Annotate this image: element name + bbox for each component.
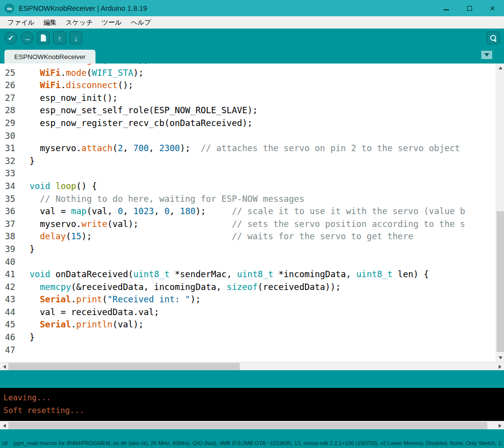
maximize-button[interactable] — [458, 0, 481, 16]
code-line-46: 46} — [0, 331, 496, 344]
code-text: myservo.attach(2, 700, 2300); // attache… — [23, 142, 460, 155]
menu-item-help[interactable]: ヘルプ — [126, 17, 156, 29]
line-number: 40 — [0, 256, 23, 269]
line-number: 47 — [0, 344, 23, 357]
line-number: 45 — [0, 319, 23, 331]
line-number: 31 — [0, 142, 23, 155]
code-text: } — [23, 155, 35, 168]
code-text: void loop() { — [23, 180, 97, 193]
upload-button[interactable]: → — [21, 32, 33, 44]
code-line-39: 39} — [0, 243, 496, 256]
code-editor[interactable]: 24 Serial.begin(115200);25 WiFi.mode(WIF… — [0, 64, 504, 362]
code-text — [23, 167, 30, 180]
menu-item-tools[interactable]: ツール — [97, 17, 126, 29]
line-number: 44 — [0, 306, 23, 319]
board-config-text: pgm_read macros for IRAM/PROGMEM, no dtr… — [14, 440, 502, 446]
console-horizontal-scrollbar[interactable] — [0, 421, 504, 429]
code-text: WiFi.disconnect(); — [23, 79, 133, 92]
code-line-30: 30 — [0, 130, 496, 143]
status-row: s8 pgm_read macros for IRAM/PROGMEM, no … — [2, 440, 502, 446]
editor-horizontal-scrollbar[interactable] — [0, 362, 504, 370]
code-line-32: 32} — [0, 155, 496, 168]
code-line-34: 34void loop() { — [0, 180, 496, 193]
code-line-29: 29 esp_now_register_recv_cb(onDataReceiv… — [0, 117, 496, 130]
code-line-35: 35 // Nothing to do here, waiting for ES… — [0, 193, 496, 206]
scroll-left-arrow[interactable] — [0, 362, 8, 371]
code-line-41: 41void onDataReceived(uint8_t *senderMac… — [0, 268, 496, 281]
code-line-44: 44 val = receivedData.val; — [0, 306, 496, 319]
code-line-26: 26 WiFi.disconnect(); — [0, 79, 496, 92]
menu-item-edit[interactable]: 編集 — [39, 17, 61, 29]
document-icon — [41, 34, 46, 41]
console-scroll-right-arrow[interactable] — [496, 421, 504, 430]
scroll-up-arrow[interactable] — [496, 64, 504, 72]
horizontal-scroll-thumb[interactable] — [8, 363, 240, 370]
magnifier-icon — [490, 34, 497, 42]
code-text: Serial.begin(115200); — [23, 64, 149, 67]
scroll-right-arrow[interactable] — [496, 362, 504, 371]
code-line-24: 24 Serial.begin(115200); — [0, 64, 496, 67]
code-text — [23, 344, 30, 357]
verify-button[interactable]: ✓ — [4, 32, 17, 44]
menu-bar: ファイル編集スケッチツールヘルプ — [0, 16, 504, 29]
code-text: memcpy(&receivedData, incomingData, size… — [23, 281, 341, 294]
code-line-40: 40 — [0, 256, 496, 269]
code-line-45: 45 Serial.println(val); — [0, 319, 496, 331]
open-button[interactable]: ↑ — [53, 32, 66, 44]
tab-list-dropdown-button[interactable] — [481, 51, 492, 59]
code-line-47: 47 — [0, 344, 496, 357]
line-number: 36 — [0, 205, 23, 218]
tab-espnowknobreceiver[interactable]: ESPNOWKnobReceiver — [4, 50, 95, 64]
code-text: val = receivedData.val; — [23, 306, 159, 319]
editor-vertical-scrollbar[interactable] — [496, 64, 504, 362]
code-line-43: 43 Serial.print("Received int: "); — [0, 293, 496, 306]
code-line-28: 28 esp_now_set_self_role(ESP_NOW_ROLE_SL… — [0, 104, 496, 117]
status-bar: s8 pgm_read macros for IRAM/PROGMEM, no … — [0, 429, 504, 448]
line-number: 41 — [0, 268, 23, 281]
new-sketch-button[interactable] — [37, 32, 50, 44]
line-number: 32 — [0, 155, 23, 168]
code-line-36: 36 val = map(val, 0, 1023, 0, 180); // s… — [0, 205, 496, 218]
window-controls: × — [435, 0, 504, 16]
line-number: 25 — [0, 67, 23, 80]
console-scroll-left-arrow[interactable] — [0, 421, 8, 430]
code-text: // Nothing to do here, waiting for ESP-N… — [23, 193, 304, 206]
code-text — [23, 256, 30, 269]
serial-monitor-button[interactable] — [487, 32, 500, 44]
code-line-31: 31 myservo.attach(2, 700, 2300); // atta… — [0, 142, 496, 155]
toolbar-buttons: ✓→↑↓ — [4, 32, 82, 44]
close-button[interactable]: × — [481, 0, 504, 16]
menu-item-sketch[interactable]: スケッチ — [61, 17, 97, 29]
code-text: } — [23, 331, 35, 344]
window-title: ESPNOWKnobReceiver | Arduino 1.8.19 — [19, 4, 147, 12]
code-line-42: 42 memcpy(&receivedData, incomingData, s… — [0, 281, 496, 294]
line-number: 46 — [0, 331, 23, 344]
minimize-button[interactable] — [435, 0, 458, 16]
console-line-0: Leaving... — [3, 391, 504, 404]
line-number: 38 — [0, 230, 23, 243]
console-line-1: Soft resetting... — [3, 404, 504, 417]
code-line-38: 38 delay(15); // waits for the servo to … — [0, 230, 496, 243]
scroll-down-arrow[interactable] — [496, 353, 504, 362]
vertical-scroll-thumb[interactable] — [497, 211, 504, 352]
console-scroll-thumb[interactable] — [8, 422, 487, 429]
code-text: val = map(val, 0, 1023, 0, 180); // scal… — [23, 205, 465, 218]
save-button[interactable]: ↓ — [69, 32, 82, 44]
line-number: 30 — [0, 130, 23, 143]
menu-item-file[interactable]: ファイル — [3, 17, 39, 29]
maximize-icon — [467, 6, 472, 11]
code-pane: 24 Serial.begin(115200);25 WiFi.mode(WIF… — [0, 64, 496, 356]
line-number: 35 — [0, 193, 23, 206]
console-output: Leaving...Soft resetting... — [0, 388, 504, 421]
line-number: 43 — [0, 293, 23, 306]
minimize-icon — [443, 9, 449, 10]
line-number: 29 — [0, 117, 23, 130]
line-number: 28 — [0, 104, 23, 117]
code-line-25: 25 WiFi.mode(WIFI_STA); — [0, 67, 496, 80]
code-text: } — [23, 243, 35, 256]
arduino-ide-window: ∞ ESPNOWKnobReceiver | Arduino 1.8.19 × … — [0, 0, 504, 448]
tab-bar: ESPNOWKnobReceiver — [0, 47, 504, 64]
code-text: WiFi.mode(WIFI_STA); — [23, 67, 144, 80]
line-number: 24 — [0, 64, 23, 67]
code-text: delay(15); // waits for the servo to get… — [23, 230, 413, 243]
